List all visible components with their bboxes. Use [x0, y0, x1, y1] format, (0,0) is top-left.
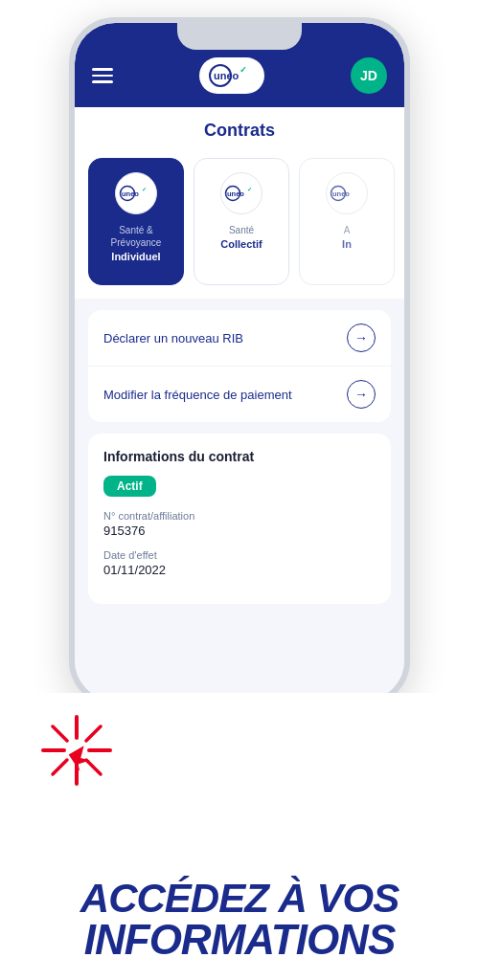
contract-number-field: N° contrat/affiliation 915376 — [103, 510, 376, 538]
svg-text:✓: ✓ — [240, 65, 247, 75]
card-uneo-logo-svg-2: uneo ✓ — [224, 184, 259, 203]
svg-text:uneo: uneo — [122, 189, 139, 198]
svg-line-15 — [53, 726, 67, 741]
svg-text:✓: ✓ — [247, 187, 252, 192]
actions-section: Déclarer un nouveau RIB → Modifier la fr… — [88, 310, 391, 422]
user-avatar[interactable]: JD — [351, 57, 387, 94]
card-logo-autre: uneo — [326, 172, 368, 214]
cta-line2: INFORMATIONS — [0, 919, 479, 961]
phone-screen: uneo ✓ JD Contrats — [75, 23, 404, 701]
phone-notch — [177, 23, 302, 50]
contract-info-section: Informations du contrat Actif N° contrat… — [88, 434, 391, 604]
uneo-logo: uneo ✓ — [199, 57, 264, 94]
contracts-row: uneo ✓ Santé &Prévoyance Individuel — [75, 150, 404, 299]
cursor-area — [29, 704, 125, 800]
status-badge: Actif — [103, 476, 156, 497]
date-label: Date d'effet — [103, 549, 376, 561]
contract-number-label: N° contrat/affiliation — [103, 510, 376, 522]
action-frequency-arrow[interactable]: → — [347, 380, 376, 409]
svg-line-18 — [86, 760, 101, 774]
contract-card-collectif[interactable]: uneo ✓ Santé Collectif — [194, 158, 289, 285]
action-frequency[interactable]: Modifier la fréquence de paiement → — [88, 367, 391, 422]
action-rib-arrow[interactable]: → — [347, 323, 376, 352]
svg-text:✓: ✓ — [142, 187, 147, 192]
date-value: 01/11/2022 — [103, 563, 376, 577]
contract-number-value: 915376 — [103, 523, 376, 538]
cursor-rays — [34, 707, 120, 797]
active-indicator — [97, 272, 175, 275]
action-rib[interactable]: Déclarer un nouveau RIB → — [88, 310, 391, 367]
card-logo-individuel: uneo ✓ — [115, 172, 157, 214]
phone-wrapper: uneo ✓ JD Contrats — [69, 17, 410, 706]
svg-line-16 — [86, 726, 101, 741]
date-field: Date d'effet 01/11/2022 — [103, 549, 376, 577]
card-uneo-logo-svg: uneo ✓ — [119, 184, 153, 203]
menu-button[interactable] — [92, 68, 113, 83]
svg-marker-19 — [65, 743, 93, 773]
svg-line-17 — [53, 760, 67, 774]
contract-card-autre[interactable]: uneo A In — [299, 158, 395, 285]
info-section-title: Informations du contrat — [103, 449, 376, 464]
card-title-collectif: Collectif — [220, 238, 262, 250]
svg-text:uneo: uneo — [227, 189, 244, 198]
card-title-autre: In — [342, 238, 352, 250]
contract-card-individuel[interactable]: uneo ✓ Santé &Prévoyance Individuel — [88, 158, 184, 285]
card-subtitle-individuel: Santé &Prévoyance — [111, 224, 162, 249]
card-subtitle-autre: A — [344, 224, 351, 236]
bottom-area: ACCÉDEZ À VOS INFORMATIONS — [0, 693, 479, 980]
uneo-logo-svg: uneo ✓ — [209, 64, 255, 87]
svg-text:uneo: uneo — [332, 189, 350, 198]
svg-text:uneo: uneo — [214, 70, 240, 81]
action-frequency-label: Modifier la fréquence de paiement — [103, 388, 292, 402]
screen-content: Contrats uneo ✓ Santé &Prévoyance — [75, 107, 404, 701]
card-subtitle-collectif: Santé — [229, 224, 254, 236]
page-title: Contrats — [75, 107, 404, 150]
card-uneo-logo-svg-3: uneo — [330, 184, 364, 203]
phone-shell: uneo ✓ JD Contrats — [69, 17, 410, 706]
click-rays-svg — [34, 707, 120, 793]
card-logo-collectif: uneo ✓ — [220, 172, 262, 214]
card-title-individuel: Individuel — [111, 251, 160, 262]
big-cta-area: ACCÉDEZ À VOS INFORMATIONS — [0, 879, 479, 961]
cta-line1: ACCÉDEZ À VOS — [0, 879, 479, 919]
action-rib-label: Déclarer un nouveau RIB — [103, 331, 243, 345]
